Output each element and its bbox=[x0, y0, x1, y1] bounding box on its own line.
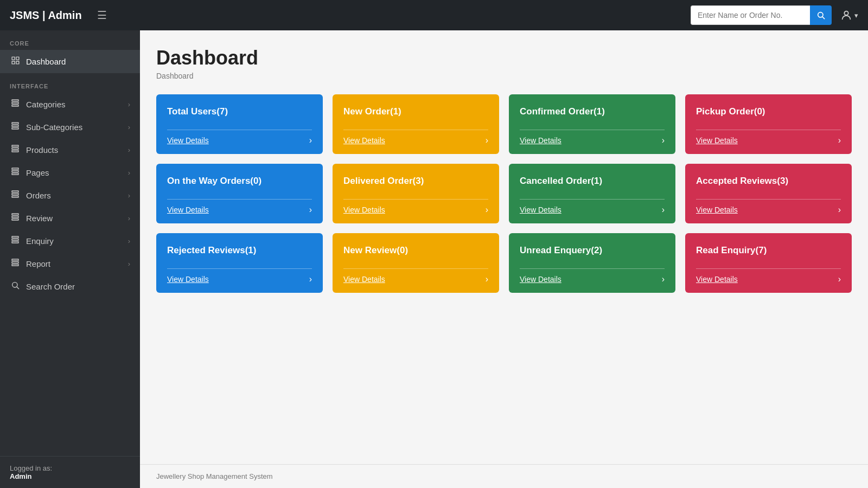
sidebar-item-dashboard[interactable]: Dashboard bbox=[0, 50, 140, 73]
review-chevron: › bbox=[128, 214, 130, 222]
sidebar: CORE Dashboard INTERFACE bbox=[0, 30, 140, 488]
card-new-review-link[interactable]: View Details bbox=[343, 275, 385, 284]
card-accepted-reviews-arrow: › bbox=[838, 205, 841, 215]
card-cancelled-order-arrow: › bbox=[662, 205, 665, 215]
search-icon bbox=[816, 11, 825, 20]
user-menu[interactable]: ▾ bbox=[840, 9, 858, 21]
svg-rect-6 bbox=[16, 61, 18, 64]
card-rejected-reviews[interactable]: Rejected Reviews(1) View Details › bbox=[156, 233, 323, 293]
search-button[interactable] bbox=[810, 5, 832, 25]
card-confirmed-order-link[interactable]: View Details bbox=[520, 136, 561, 145]
card-on-the-way-orders-arrow: › bbox=[309, 205, 312, 215]
svg-rect-9 bbox=[12, 105, 18, 106]
card-pickup-order[interactable]: Pickup Order(0) View Details › bbox=[685, 94, 852, 154]
card-rejected-reviews-arrow: › bbox=[309, 274, 312, 284]
sidebar-item-search-order[interactable]: Search Order bbox=[0, 275, 140, 298]
svg-rect-15 bbox=[12, 150, 18, 152]
main-footer: Jewellery Shop Management System bbox=[140, 464, 868, 488]
card-new-order-title: New Order(1) bbox=[343, 106, 488, 117]
svg-rect-11 bbox=[12, 125, 18, 127]
svg-rect-20 bbox=[12, 194, 18, 195]
card-on-the-way-orders-link[interactable]: View Details bbox=[167, 206, 209, 214]
card-pickup-order-title: Pickup Order(0) bbox=[696, 106, 841, 117]
card-delivered-order-link[interactable]: View Details bbox=[343, 206, 385, 214]
enquiry-icon bbox=[10, 235, 21, 246]
card-pickup-order-arrow: › bbox=[838, 136, 841, 145]
card-new-review[interactable]: New Review(0) View Details › bbox=[333, 233, 499, 293]
sidebar-item-products-label: Products bbox=[26, 145, 58, 155]
svg-rect-4 bbox=[16, 57, 18, 60]
svg-rect-29 bbox=[12, 262, 18, 264]
sidebar-item-categories-label: Categories bbox=[26, 100, 66, 109]
categories-chevron: › bbox=[128, 100, 130, 108]
card-confirmed-order[interactable]: Confirmed Order(1) View Details › bbox=[509, 94, 675, 154]
svg-rect-8 bbox=[12, 102, 18, 104]
pages-chevron: › bbox=[128, 169, 130, 177]
card-cancelled-order-title: Cancelled Order(1) bbox=[520, 176, 665, 187]
page-title: Dashboard bbox=[156, 47, 852, 69]
card-accepted-reviews[interactable]: Accepted Reviews(3) View Details › bbox=[685, 164, 852, 223]
svg-rect-25 bbox=[12, 236, 18, 238]
card-on-the-way-orders[interactable]: On the Way Orders(0) View Details › bbox=[156, 164, 323, 223]
sidebar-item-categories[interactable]: Categories › bbox=[0, 93, 140, 115]
card-unread-enquiry[interactable]: Unread Enquery(2) View Details › bbox=[509, 233, 675, 293]
card-read-enquiry-title: Read Enquiry(7) bbox=[696, 245, 841, 256]
card-unread-enquiry-link[interactable]: View Details bbox=[520, 275, 561, 284]
sidebar-item-review[interactable]: Review › bbox=[0, 207, 140, 229]
sidebar-item-orders[interactable]: Orders › bbox=[0, 184, 140, 207]
dashboard-cards-grid: Total Users(7) View Details › New Order(… bbox=[156, 94, 852, 293]
card-new-order-arrow: › bbox=[486, 136, 488, 145]
card-delivered-order[interactable]: Delivered Order(3) View Details › bbox=[333, 164, 499, 223]
search-input[interactable] bbox=[691, 5, 810, 25]
card-accepted-reviews-link[interactable]: View Details bbox=[696, 206, 738, 214]
card-new-review-arrow: › bbox=[486, 274, 488, 284]
sidebar-item-products[interactable]: Products › bbox=[0, 138, 140, 161]
sub-categories-icon bbox=[10, 121, 21, 132]
svg-rect-19 bbox=[12, 191, 18, 192]
top-navbar: JSMS | Admin ☰ ▾ bbox=[0, 0, 868, 30]
svg-line-1 bbox=[822, 17, 825, 19]
card-total-users[interactable]: Total Users(7) View Details › bbox=[156, 94, 323, 154]
sidebar-section-interface: INTERFACE Categories › Sub-Categories bbox=[0, 73, 140, 298]
svg-rect-13 bbox=[12, 145, 18, 147]
card-delivered-order-arrow: › bbox=[486, 205, 488, 215]
sidebar-item-sub-categories[interactable]: Sub-Categories › bbox=[0, 115, 140, 138]
card-total-users-link[interactable]: View Details bbox=[167, 136, 209, 145]
card-on-the-way-orders-title: On the Way Orders(0) bbox=[167, 176, 312, 187]
svg-point-2 bbox=[844, 11, 848, 15]
sidebar-item-report[interactable]: Report › bbox=[0, 252, 140, 275]
card-confirmed-order-title: Confirmed Order(1) bbox=[520, 106, 665, 117]
svg-rect-5 bbox=[12, 61, 15, 64]
card-confirmed-order-arrow: › bbox=[662, 136, 665, 145]
card-new-order[interactable]: New Order(1) View Details › bbox=[333, 94, 499, 154]
svg-rect-14 bbox=[12, 148, 18, 150]
products-chevron: › bbox=[128, 146, 130, 154]
card-read-enquiry-link[interactable]: View Details bbox=[696, 275, 738, 284]
card-rejected-reviews-title: Rejected Reviews(1) bbox=[167, 245, 312, 256]
svg-rect-3 bbox=[12, 57, 15, 60]
card-cancelled-order[interactable]: Cancelled Order(1) View Details › bbox=[509, 164, 675, 223]
sidebar-item-report-label: Report bbox=[26, 259, 50, 268]
card-unread-enquiry-title: Unread Enquery(2) bbox=[520, 245, 665, 256]
sub-categories-chevron: › bbox=[128, 123, 130, 131]
sidebar-item-enquiry[interactable]: Enquiry › bbox=[0, 229, 140, 252]
svg-rect-18 bbox=[12, 173, 18, 175]
sidebar-item-pages[interactable]: Pages › bbox=[0, 161, 140, 184]
card-cancelled-order-link[interactable]: View Details bbox=[520, 206, 561, 214]
user-dropdown-icon: ▾ bbox=[854, 11, 858, 20]
svg-rect-24 bbox=[12, 219, 18, 220]
sidebar-footer: Logged in as: Admin bbox=[0, 456, 140, 488]
svg-rect-28 bbox=[12, 259, 18, 261]
search-order-icon bbox=[10, 281, 21, 292]
hamburger-icon[interactable]: ☰ bbox=[97, 9, 691, 22]
card-read-enquiry[interactable]: Read Enquiry(7) View Details › bbox=[685, 233, 852, 293]
svg-rect-17 bbox=[12, 171, 18, 172]
card-new-order-link[interactable]: View Details bbox=[343, 136, 385, 145]
sidebar-item-sub-categories-label: Sub-Categories bbox=[26, 123, 82, 132]
card-pickup-order-link[interactable]: View Details bbox=[696, 136, 738, 145]
svg-rect-26 bbox=[12, 239, 18, 241]
orders-icon bbox=[10, 190, 21, 201]
svg-rect-30 bbox=[12, 264, 18, 266]
card-rejected-reviews-link[interactable]: View Details bbox=[167, 275, 209, 284]
svg-line-32 bbox=[17, 287, 19, 289]
